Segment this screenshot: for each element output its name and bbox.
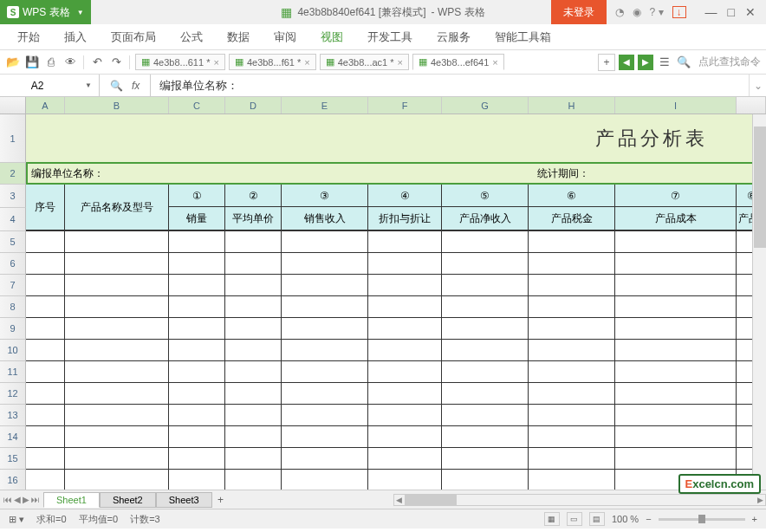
cell[interactable] <box>368 253 442 274</box>
minimize-button[interactable]: — <box>705 5 717 19</box>
redo-icon[interactable]: ↷ <box>108 55 124 70</box>
cell[interactable] <box>26 275 65 295</box>
table-row[interactable] <box>26 275 766 296</box>
cell[interactable] <box>169 426 225 447</box>
row-header-9[interactable]: 9 <box>0 318 26 340</box>
help-icon[interactable]: ? ▾ <box>650 6 664 18</box>
cell[interactable] <box>65 231 169 252</box>
open-icon[interactable]: 📂 <box>5 55 21 70</box>
row-header-10[interactable]: 10 <box>0 340 26 361</box>
scroll-thumb[interactable] <box>405 495 457 505</box>
row-header-16[interactable]: 16 <box>0 470 26 490</box>
cell[interactable] <box>169 383 225 404</box>
cell[interactable] <box>529 231 615 252</box>
menu-smart-tools[interactable]: 智能工具箱 <box>484 26 562 49</box>
header-d-label[interactable]: 平均单价 <box>225 207 281 230</box>
menu-start[interactable]: 开始 <box>7 26 50 49</box>
cell[interactable] <box>442 253 529 274</box>
cell[interactable] <box>529 470 615 490</box>
fx-button[interactable]: fx <box>132 80 140 92</box>
header-e-label[interactable]: 销售收入 <box>282 207 367 230</box>
cell[interactable] <box>169 448 225 469</box>
menu-view[interactable]: 视图 <box>310 26 354 49</box>
cell[interactable] <box>26 318 65 339</box>
cell[interactable] <box>65 405 169 425</box>
cell[interactable] <box>442 318 529 339</box>
row-header-11[interactable]: 11 <box>0 361 26 383</box>
cell[interactable] <box>282 426 368 447</box>
zoom-slider[interactable] <box>659 518 745 521</box>
table-row[interactable] <box>26 296 766 318</box>
doc-tab-1[interactable]: ▦4e3b8...611 *× <box>135 54 225 70</box>
menu-data[interactable]: 数据 <box>217 26 260 49</box>
cell[interactable] <box>225 405 282 425</box>
cell[interactable] <box>442 405 529 425</box>
sheet-tab-2[interactable]: Sheet2 <box>100 492 156 508</box>
close-tab-icon[interactable]: × <box>213 57 218 68</box>
header-g-num[interactable]: ⑤ <box>442 185 528 207</box>
cell[interactable] <box>65 296 169 317</box>
row-header-1[interactable]: 1 <box>0 114 26 163</box>
cell[interactable] <box>65 426 169 447</box>
cell[interactable] <box>615 296 737 317</box>
cell[interactable] <box>368 296 442 317</box>
cell[interactable] <box>282 296 368 317</box>
header-c-label[interactable]: 销量 <box>169 207 224 230</box>
table-row[interactable] <box>26 253 766 275</box>
cell[interactable] <box>442 275 529 295</box>
cell[interactable] <box>615 275 737 295</box>
cell[interactable] <box>442 231 529 252</box>
list-icon[interactable]: ☰ <box>657 55 672 70</box>
header-e-num[interactable]: ③ <box>282 185 367 207</box>
zoom-in-button[interactable]: + <box>752 514 757 524</box>
header-d-num[interactable]: ② <box>225 185 281 207</box>
cell[interactable] <box>368 231 442 252</box>
view-page-icon[interactable]: ▭ <box>567 512 582 526</box>
view-normal-icon[interactable]: ▦ <box>544 512 560 526</box>
print-preview-icon[interactable]: 👁 <box>62 55 78 70</box>
sheet-next-icon[interactable]: ▶ <box>23 495 29 504</box>
cell[interactable] <box>26 361 65 382</box>
col-header-F[interactable]: F <box>368 97 442 114</box>
header-i-num[interactable]: ⑦ <box>615 185 736 207</box>
col-header-G[interactable]: G <box>442 97 529 114</box>
search-hint[interactable]: 点此查找命令 <box>698 55 761 69</box>
cell[interactable] <box>615 318 737 339</box>
header-g-label[interactable]: 产品净收入 <box>442 207 528 230</box>
tab-prev-button[interactable]: ◀ <box>619 55 634 70</box>
chevron-down-icon[interactable]: ▼ <box>85 81 92 89</box>
cell[interactable] <box>529 448 615 469</box>
row-header-14[interactable]: 14 <box>0 426 26 448</box>
table-row[interactable] <box>26 231 766 253</box>
cell[interactable] <box>529 405 615 425</box>
scroll-thumb[interactable] <box>754 127 766 248</box>
doc-tab-2[interactable]: ▦4e3b8...f61 *× <box>229 54 316 70</box>
cell[interactable] <box>26 470 65 490</box>
view-reading-icon[interactable]: ▤ <box>589 512 605 526</box>
cell[interactable] <box>529 383 615 404</box>
menu-review[interactable]: 审阅 <box>263 26 307 49</box>
cell[interactable] <box>615 361 737 382</box>
col-header-B[interactable]: B <box>65 97 169 114</box>
row-header-12[interactable]: 12 <box>0 383 26 405</box>
print-icon[interactable]: ⎙ <box>43 55 59 70</box>
select-all-corner[interactable] <box>0 97 26 114</box>
row-header-7[interactable]: 7 <box>0 275 26 296</box>
cell[interactable] <box>26 296 65 317</box>
medal-icon[interactable]: ◉ <box>633 6 641 18</box>
table-row[interactable] <box>26 383 766 405</box>
cell[interactable] <box>615 231 737 252</box>
vertical-scrollbar[interactable] <box>752 114 766 490</box>
cell[interactable] <box>169 361 225 382</box>
cell[interactable] <box>615 383 737 404</box>
cell[interactable] <box>65 318 169 339</box>
menu-cloud[interactable]: 云服务 <box>426 26 481 49</box>
cell[interactable] <box>529 318 615 339</box>
cell[interactable] <box>282 340 368 360</box>
cell[interactable] <box>225 318 282 339</box>
cell[interactable] <box>65 448 169 469</box>
sheet-prev-icon[interactable]: ◀ <box>14 495 21 504</box>
horizontal-scrollbar[interactable]: ◀ ▶ <box>393 494 766 506</box>
cell[interactable] <box>225 296 282 317</box>
login-button[interactable]: 未登录 <box>551 0 607 24</box>
